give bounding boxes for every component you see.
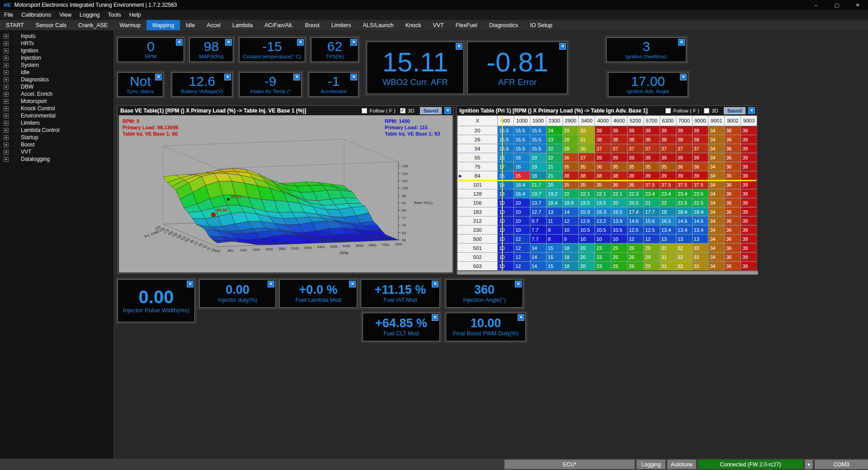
expander-icon[interactable]: + <box>4 121 9 126</box>
ign-cell-r2-c5[interactable]: 30 <box>579 144 594 153</box>
ign-cell-r1-c12[interactable]: 38 <box>693 135 708 144</box>
ign-cell-r15-c0[interactable]: 10 <box>498 262 514 270</box>
expander-icon[interactable]: + <box>4 128 9 133</box>
ign-cell-r12-c13[interactable]: 34 <box>708 235 724 243</box>
tab-boost[interactable]: Boost <box>299 20 326 30</box>
ign-cell-r2-c12[interactable]: 37 <box>693 144 708 153</box>
ign-cell-r3-c10[interactable]: 39 <box>660 153 676 162</box>
ign-cell-r9-c15[interactable]: 39 <box>741 207 757 216</box>
ign-cell-r13-c15[interactable]: 39 <box>741 244 757 252</box>
expander-icon[interactable]: + <box>4 157 9 162</box>
gauge-close-icon[interactable]: ✕ <box>224 74 231 80</box>
ign-cell-r8-c5[interactable]: 19.5 <box>579 198 594 207</box>
menu-calibrations[interactable]: Calibrations <box>17 10 55 20</box>
ign-cell-r6-c5[interactable]: 35 <box>579 180 594 189</box>
sidebar-item-diagnostics[interactable]: +▼Diagnostics <box>4 76 113 83</box>
status-logging-button[interactable]: Logging <box>637 460 665 469</box>
gauge-close-icon[interactable]: ✕ <box>518 314 524 321</box>
ign-cell-r8-c4[interactable]: 18.9 <box>563 198 579 207</box>
status-autotune-button[interactable]: Autotune <box>667 460 696 469</box>
ign-cell-r15-c15[interactable]: 39 <box>741 262 757 270</box>
ign-cell-r1-c10[interactable]: 38 <box>660 135 676 144</box>
ign-cell-r4-c11[interactable]: 36 <box>676 162 692 171</box>
sidebar-item-startup[interactable]: +▼Startup <box>4 134 113 141</box>
ign-cell-r12-c11[interactable]: 13 <box>676 235 692 243</box>
menu-logging[interactable]: Logging <box>75 10 104 20</box>
ign-cell-r14-c3[interactable]: 15 <box>547 253 562 261</box>
gauge-close-icon[interactable]: ✕ <box>432 281 439 287</box>
sidebar-item-dbw[interactable]: +▼DBW <box>4 83 113 90</box>
ign-cell-r6-c14[interactable]: 36 <box>725 180 741 189</box>
ign-cell-r7-c11[interactable]: 23.4 <box>676 189 692 198</box>
sidebar-item-boost[interactable]: +▼Boost <box>4 141 113 148</box>
ign-cell-r7-c1[interactable]: 16.4 <box>514 189 530 198</box>
ign-cell-r13-c0[interactable]: 10 <box>498 244 514 252</box>
ign-cell-r2-c10[interactable]: 37 <box>660 144 676 153</box>
ign-cell-r15-c1[interactable]: 12 <box>514 262 530 270</box>
ign-cell-r1-c13[interactable]: 34 <box>708 135 724 144</box>
ign-cell-r8-c8[interactable]: 20.5 <box>627 198 643 207</box>
ign-cell-r6-c12[interactable]: 37.5 <box>693 180 708 189</box>
ign-cell-r8-c12[interactable]: 22.5 <box>693 198 708 207</box>
gauge-close-icon[interactable]: ✕ <box>678 39 685 46</box>
ign-cell-r10-c9[interactable]: 15.6 <box>644 216 660 225</box>
tab-accel[interactable]: Accel <box>201 20 226 30</box>
ign-cell-r14-c7[interactable]: 25 <box>611 253 627 261</box>
ign-cell-r1-c0[interactable]: 15.5 <box>498 135 514 144</box>
gauge-close-icon[interactable]: ✕ <box>293 74 300 80</box>
ign-cell-r2-c9[interactable]: 37 <box>644 144 660 153</box>
ign-cell-r3-c2[interactable]: 19 <box>530 153 546 162</box>
ign-cell-r0-c3[interactable]: 24 <box>547 126 562 135</box>
ign-cell-r2-c3[interactable]: 22 <box>547 144 562 153</box>
ign-cell-r1-c6[interactable]: 38 <box>595 135 611 144</box>
ign-cell-r9-c9[interactable]: 17.7 <box>644 207 660 216</box>
ign-cell-r7-c9[interactable]: 23.4 <box>644 189 660 198</box>
ign-cell-r15-c7[interactable]: 25 <box>611 262 627 270</box>
ign-cell-r4-c15[interactable]: 39 <box>741 162 757 171</box>
tab-flexfuel[interactable]: FlexFuel <box>450 20 483 30</box>
ign-cell-r11-c1[interactable]: 10 <box>514 226 530 234</box>
ign-cell-r11-c10[interactable]: 13.4 <box>660 226 676 234</box>
ign-cell-r9-c14[interactable]: 36 <box>725 207 741 216</box>
ign-cell-r6-c11[interactable]: 37.5 <box>676 180 692 189</box>
ign-cell-r15-c5[interactable]: 20 <box>579 262 594 270</box>
sidebar-item-lambda-control[interactable]: +▼Lambda Control <box>4 127 113 134</box>
ign-cell-r9-c12[interactable]: 18.4 <box>693 207 708 216</box>
ign-cell-r15-c13[interactable]: 34 <box>708 262 724 270</box>
gauge-close-icon[interactable]: ✕ <box>456 43 462 50</box>
ign-cell-r10-c8[interactable]: 14.6 <box>627 216 643 225</box>
ign-cell-r7-c5[interactable]: 22.1 <box>579 189 594 198</box>
ign-cell-r13-c7[interactable]: 25 <box>611 244 627 252</box>
menu-tools[interactable]: Tools <box>104 10 125 20</box>
ign-cell-r5-c10[interactable]: 39 <box>660 171 676 180</box>
ign-cell-r6-c0[interactable]: 15 <box>498 180 514 189</box>
ign-cell-r12-c7[interactable]: 10 <box>611 235 627 243</box>
ign-cell-r15-c8[interactable]: 26 <box>627 262 643 270</box>
tab-warmup[interactable]: Warmup <box>113 20 146 30</box>
gauge-close-icon[interactable]: ✕ <box>350 74 357 80</box>
ign-cell-r11-c11[interactable]: 13.4 <box>676 226 692 234</box>
ign-cell-r7-c13[interactable]: 34 <box>708 189 724 198</box>
ign-cell-r10-c4[interactable]: 12 <box>563 216 579 225</box>
ign-cell-r11-c3[interactable]: 9 <box>547 226 562 234</box>
expander-icon[interactable]: + <box>4 106 9 111</box>
ign-cell-r13-c4[interactable]: 18 <box>563 244 579 252</box>
ign-cell-r1-c1[interactable]: 15.5 <box>514 135 530 144</box>
ign-cell-r11-c2[interactable]: 7.7 <box>530 226 546 234</box>
ign-cell-r10-c14[interactable]: 36 <box>725 216 741 225</box>
ign-cell-r10-c1[interactable]: 10 <box>514 216 530 225</box>
gauge-close-icon[interactable]: ✕ <box>559 43 566 50</box>
ign-cell-r8-c13[interactable]: 34 <box>708 198 724 207</box>
ign-cell-r2-c6[interactable]: 37 <box>595 144 611 153</box>
ign-cell-r0-c11[interactable]: 39 <box>676 126 692 135</box>
ve-3d-checkbox[interactable] <box>400 108 406 113</box>
ign-cell-r13-c10[interactable]: 31 <box>660 244 676 252</box>
ign-cell-r9-c8[interactable]: 17.4 <box>627 207 643 216</box>
sidebar-item-ignition[interactable]: +▼Ignition <box>4 47 113 54</box>
ign-cell-r8-c3[interactable]: 18.4 <box>547 198 562 207</box>
gauge-close-icon[interactable]: ✕ <box>349 281 356 287</box>
ign-cell-r8-c7[interactable]: 20 <box>611 198 627 207</box>
ign-cell-r5-c7[interactable]: 38 <box>611 171 627 180</box>
ign-cell-r15-c2[interactable]: 14 <box>530 262 546 270</box>
ve-panel-close-icon[interactable]: ✕ <box>444 107 451 114</box>
